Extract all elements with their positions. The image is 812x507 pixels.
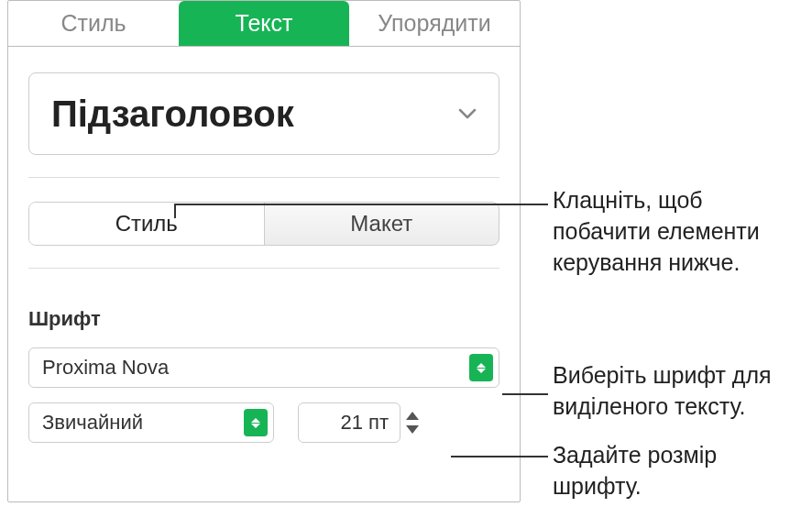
divider [28,268,499,269]
font-size-value: 21 пт [340,411,389,435]
updown-icon [244,409,268,436]
tab-text-label: Текст [236,10,293,37]
updown-icon [469,354,493,381]
seg-layout[interactable]: Макет [264,203,499,245]
typeface-select[interactable]: Звичайний [28,402,274,443]
callout-line [174,204,176,218]
font-size-stepper[interactable] [406,404,426,441]
seg-style-label: Стиль [115,211,178,237]
callout-line [174,204,548,205]
typeface-value: Звичайний [42,411,143,435]
seg-style[interactable]: Стиль [29,203,264,245]
tab-style[interactable]: Стиль [8,1,179,46]
tab-text[interactable]: Текст [179,1,349,46]
top-tabs: Стиль Текст Упорядити [8,1,520,47]
font-size-group: 21 пт [298,402,426,443]
seg-layout-label: Макет [350,211,412,237]
callout-line [451,456,548,457]
font-family-select[interactable]: Proxima Nova [28,347,499,388]
callout-seg: Клацніть, щоб побачити елементи керуванн… [553,185,800,278]
tab-arrange-label: Упорядити [378,10,490,37]
callout-line [502,393,548,395]
paragraph-style-dropdown[interactable]: Підзаголовок [28,72,499,155]
style-layout-segmented: Стиль Макет [28,202,499,246]
callout-size: Задайте розмір шрифту. [553,440,791,502]
font-family-value: Proxima Nova [42,356,169,380]
callout-font: Виберіть шрифт для виділеного тексту. [553,360,809,423]
chevron-down-icon [458,108,477,119]
stepper-up-icon [406,412,419,420]
format-panel: Стиль Текст Упорядити Підзаголовок Стиль… [7,0,521,502]
font-section-label: Шрифт [28,307,499,331]
tab-style-label: Стиль [60,10,126,37]
stepper-down-icon [406,425,419,434]
divider [28,177,499,178]
font-size-input[interactable]: 21 пт [298,402,401,443]
paragraph-style-label: Підзаголовок [51,94,294,135]
tab-arrange[interactable]: Упорядити [349,1,520,46]
